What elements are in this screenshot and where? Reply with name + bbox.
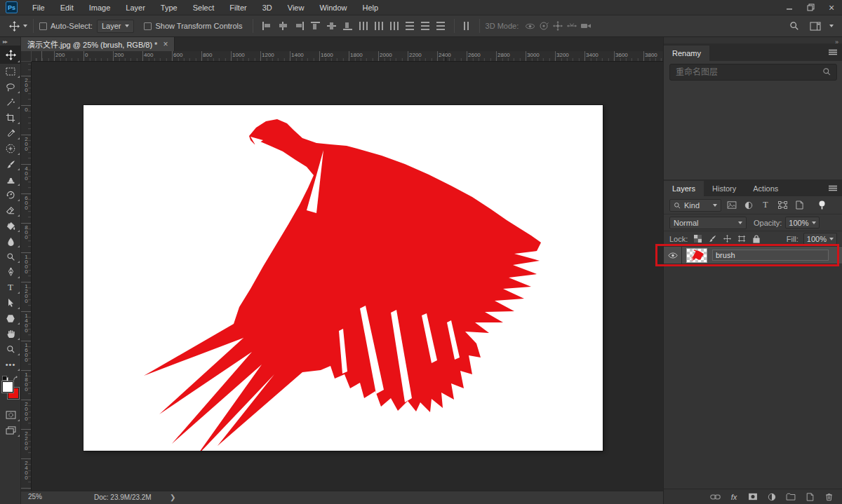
- renamy-search-field[interactable]: [669, 64, 837, 81]
- 3d-camera-icon[interactable]: [579, 19, 593, 33]
- path-selection-tool[interactable]: [0, 295, 21, 311]
- align-horizontal-centers-icon[interactable]: [279, 22, 288, 30]
- move-tool-preset-icon[interactable]: [7, 19, 21, 33]
- layer-row-brush[interactable]: brush: [664, 247, 842, 264]
- horizontal-ruler[interactable]: 2000200400600800100012001400160018002000…: [32, 51, 663, 62]
- filter-kind-dropdown[interactable]: Kind: [669, 199, 721, 212]
- tool-preset-chevron-icon[interactable]: [23, 25, 27, 27]
- pen-tool[interactable]: [0, 264, 21, 280]
- tab-history[interactable]: History: [704, 181, 744, 196]
- zoom-tool[interactable]: [0, 341, 21, 357]
- tab-layers[interactable]: Layers: [664, 181, 704, 196]
- menu-item-3d[interactable]: 3D: [255, 4, 280, 12]
- hand-tool[interactable]: [0, 326, 21, 341]
- lasso-tool[interactable]: [0, 79, 21, 95]
- filter-shape-icon[interactable]: [776, 200, 789, 211]
- clone-stamp-tool[interactable]: [0, 172, 21, 187]
- menu-item-select[interactable]: Select: [185, 4, 222, 12]
- renamy-search-icon[interactable]: [822, 67, 831, 77]
- 3d-orbit-icon[interactable]: [523, 19, 537, 33]
- align-vertical-centers-icon[interactable]: [327, 22, 336, 30]
- type-tool[interactable]: T: [0, 280, 21, 295]
- lock-transparency-icon[interactable]: [693, 233, 702, 245]
- dodge-tool[interactable]: [0, 249, 21, 264]
- distribute-left-edges-icon[interactable]: [406, 22, 414, 30]
- tab-renamy[interactable]: Renamy: [664, 46, 709, 61]
- brush-tool[interactable]: [0, 156, 21, 172]
- close-window-button[interactable]: ×: [821, 0, 842, 15]
- new-group-icon[interactable]: [785, 491, 796, 503]
- menu-item-layer[interactable]: Layer: [118, 4, 153, 12]
- workspace-switcher-icon[interactable]: [808, 19, 822, 33]
- history-brush-tool[interactable]: [0, 187, 21, 203]
- lock-position-icon[interactable]: [722, 233, 732, 245]
- fill-value-field[interactable]: 100%: [803, 233, 837, 245]
- move-tool[interactable]: [0, 46, 21, 64]
- screen-mode-icon[interactable]: [0, 423, 21, 438]
- paint-bucket-tool[interactable]: [0, 218, 21, 233]
- menu-item-window[interactable]: Window: [312, 4, 354, 12]
- healing-brush-tool[interactable]: [0, 141, 21, 156]
- filter-type-icon[interactable]: T: [759, 200, 772, 211]
- crop-tool[interactable]: [0, 110, 21, 125]
- renamy-menu-icon[interactable]: [829, 49, 837, 55]
- distribute-vertical-centers-icon[interactable]: [375, 22, 383, 30]
- layer-thumbnail-brush[interactable]: [686, 248, 707, 263]
- document-canvas[interactable]: [83, 105, 603, 451]
- menu-item-image[interactable]: Image: [81, 4, 119, 12]
- add-mask-icon[interactable]: [747, 491, 759, 503]
- 3d-slide-icon[interactable]: [565, 19, 579, 33]
- link-layers-icon[interactable]: [709, 491, 721, 503]
- align-bottom-edges-icon[interactable]: [343, 22, 352, 30]
- status-flyout-chevron-icon[interactable]: ❯: [170, 493, 175, 501]
- menu-item-type[interactable]: Type: [153, 4, 185, 12]
- distribute-top-edges-icon[interactable]: [359, 22, 368, 30]
- distribute-horizontal-centers-icon[interactable]: [421, 22, 429, 30]
- opacity-value-field[interactable]: 100%: [785, 217, 819, 229]
- eyedropper-tool[interactable]: [0, 125, 21, 141]
- menu-item-edit[interactable]: Edit: [53, 4, 81, 12]
- 3d-drag-icon[interactable]: [551, 19, 565, 33]
- canvas-viewport[interactable]: [32, 62, 663, 491]
- document-close-icon[interactable]: ×: [163, 39, 168, 49]
- filter-image-icon[interactable]: [726, 200, 738, 211]
- edit-toolbar-ellipsis-icon[interactable]: •••: [0, 357, 21, 372]
- marquee-tool[interactable]: [0, 64, 21, 79]
- auto-select-checkbox[interactable]: [39, 22, 47, 30]
- minimize-button[interactable]: [779, 0, 800, 15]
- quick-selection-tool[interactable]: [0, 95, 21, 110]
- eraser-tool[interactable]: [0, 203, 21, 218]
- auto-select-target-dropdown[interactable]: Layer: [97, 20, 135, 33]
- layers-menu-icon[interactable]: [829, 185, 837, 191]
- align-left-edges-icon[interactable]: [262, 22, 272, 30]
- filter-pin-toggle-icon[interactable]: [815, 200, 828, 211]
- document-tab[interactable]: 演示文件.jpg @ 25% (brush, RGB/8) * ×: [21, 37, 175, 51]
- distribute-spacing-icon[interactable]: [464, 22, 470, 30]
- new-layer-icon[interactable]: [804, 491, 815, 503]
- align-right-edges-icon[interactable]: [295, 22, 304, 30]
- renamy-search-input[interactable]: [670, 67, 822, 77]
- foreground-color-swatch[interactable]: [2, 381, 13, 393]
- lock-artboard-icon[interactable]: [737, 233, 747, 245]
- lock-all-icon[interactable]: [751, 233, 761, 245]
- layer-style-fx-icon[interactable]: fx: [728, 491, 740, 503]
- menu-item-view[interactable]: View: [280, 4, 312, 12]
- swap-colors-icon[interactable]: [13, 375, 19, 383]
- zoom-level-field[interactable]: 25%: [28, 493, 56, 503]
- blur-tool[interactable]: [0, 233, 21, 249]
- distribute-bottom-edges-icon[interactable]: [390, 22, 399, 30]
- delete-layer-icon[interactable]: [823, 491, 834, 503]
- toolbar-collapse-icon[interactable]: ▸▸: [0, 37, 20, 46]
- align-top-edges-icon[interactable]: [311, 22, 320, 30]
- filter-smart-object-icon[interactable]: [793, 200, 806, 211]
- lock-pixels-icon[interactable]: [707, 233, 717, 245]
- show-transform-checkbox[interactable]: [144, 22, 152, 30]
- filter-adjustment-icon[interactable]: [742, 200, 755, 211]
- restore-button[interactable]: [800, 0, 821, 15]
- tab-actions[interactable]: Actions: [744, 181, 787, 196]
- visibility-eye-icon[interactable]: [664, 247, 682, 264]
- vertical-ruler[interactable]: 2000200400600800100012001400160018002000…: [21, 62, 32, 491]
- workspace-chevron-icon[interactable]: [829, 25, 834, 27]
- quick-mask-icon[interactable]: [0, 407, 21, 423]
- 3d-roll-icon[interactable]: [537, 19, 551, 33]
